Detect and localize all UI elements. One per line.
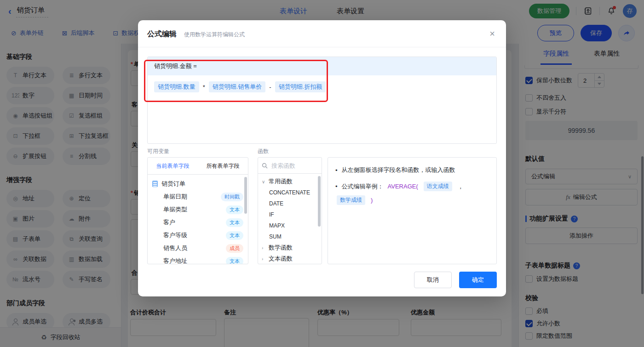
form-root-row[interactable]: 销货订单 xyxy=(148,177,248,190)
function-item[interactable]: IF xyxy=(258,209,322,220)
chevron-down-icon: ∨ xyxy=(262,179,266,184)
variables-label: 可用变量 xyxy=(147,148,169,155)
variables-box: 当前表单字段所有表单字段 销货订单 单据日期 时间戳 单据类型 文本 客户 文本 xyxy=(147,157,248,264)
example-function-open: AVERAGE( xyxy=(388,183,418,190)
search-icon xyxy=(262,163,268,169)
tips-box: • 从左侧面板选择字段名和函数，或输入函数 • 公式编辑举例： AVERAGE(… xyxy=(328,157,497,264)
field-type-badge: 文本 xyxy=(226,231,243,240)
function-group-row[interactable]: ∨ 常用函数 xyxy=(258,176,322,187)
example-token: 数学成绩 xyxy=(337,195,365,205)
bullet-icon: • xyxy=(335,167,338,174)
variables-tab[interactable]: 当前表单字段 xyxy=(148,158,198,174)
formula-target-row: 销货明细.金额 = xyxy=(148,57,496,75)
variable-row[interactable]: 客户 文本 xyxy=(148,216,248,229)
field-type-badge: 成员 xyxy=(226,244,243,253)
field-type-badge: 文本 xyxy=(226,218,243,227)
formula-part[interactable]: 销货明细.销售单价 xyxy=(209,81,266,92)
field-type-badge: 时间戳 xyxy=(221,193,243,201)
variable-row[interactable]: 单据日期 时间戳 xyxy=(148,190,248,203)
formula-part[interactable]: - xyxy=(269,84,271,91)
chevron-right-icon: › xyxy=(262,245,266,250)
confirm-button[interactable]: 确定 xyxy=(459,272,497,288)
formula-expression[interactable]: 销货明细.数量*销货明细.销售单价-销货明细.折扣额 xyxy=(148,75,496,98)
function-item[interactable]: MAPX xyxy=(258,220,322,231)
variable-row[interactable]: 客户等级 文本 xyxy=(148,229,248,242)
variables-tab[interactable]: 所有表单字段 xyxy=(198,158,248,174)
variable-row[interactable]: 客户地址 文本 xyxy=(148,255,248,264)
field-type-badge: 文本 xyxy=(226,257,243,265)
tip-example-line: • 公式编辑举例： AVERAGE( 语文成绩 ， 数学成绩 ) xyxy=(335,182,489,205)
modal-subtitle: 使用数学运算符编辑公式 xyxy=(184,31,245,39)
function-tree: ∨ 常用函数 CONCATENATEDATEIFMAPXSUM › 数学函数 ›… xyxy=(258,174,322,264)
bullet-icon: • xyxy=(335,183,338,190)
variable-row[interactable]: 销售人员 成员 xyxy=(148,242,248,255)
variable-row[interactable]: 单据类型 文本 xyxy=(148,203,248,216)
tip-line: • 从左侧面板选择字段名和函数，或输入函数 xyxy=(335,166,489,174)
variables-tabs: 当前表单字段所有表单字段 xyxy=(148,158,248,175)
formula-part[interactable]: 销货明细.折扣额 xyxy=(275,81,326,92)
header-divider xyxy=(138,47,506,47)
function-search xyxy=(258,158,322,174)
formula-editor[interactable]: 销货明细.金额 = 销货明细.数量*销货明细.销售单价-销货明细.折扣额 xyxy=(147,57,497,144)
variables-tree: 销货订单 单据日期 时间戳 单据类型 文本 客户 文本 客户等级 文本 xyxy=(148,175,248,264)
formula-edit-modal: 公式编辑 使用数学运算符编辑公式 × 销货明细.金额 = 销货明细.数量*销货明… xyxy=(138,20,506,296)
formula-part[interactable]: * xyxy=(203,84,205,91)
variables-scrollbar[interactable] xyxy=(244,177,247,214)
chevron-right-icon: › xyxy=(262,256,266,262)
function-group-row[interactable]: › 文本函数 xyxy=(258,253,322,264)
close-icon[interactable]: × xyxy=(489,28,495,39)
example-token: 语文成绩 xyxy=(424,182,452,191)
formula-part[interactable]: 销货明细.数量 xyxy=(154,81,199,92)
form-doc-icon xyxy=(152,181,158,187)
modal-header: 公式编辑 使用数学运算符编辑公式 xyxy=(138,20,506,39)
modal-title: 公式编辑 xyxy=(147,29,177,39)
functions-box: ∨ 常用函数 CONCATENATEDATEIFMAPXSUM › 数学函数 ›… xyxy=(258,157,322,264)
functions-scrollbar[interactable] xyxy=(318,176,321,227)
function-search-input[interactable] xyxy=(270,162,315,170)
example-function-close: ) xyxy=(371,197,373,204)
function-item[interactable]: DATE xyxy=(258,198,322,209)
cancel-button[interactable]: 取消 xyxy=(414,272,452,288)
functions-label: 函数 xyxy=(258,148,269,155)
function-item[interactable]: CONCATENATE xyxy=(258,187,322,198)
function-group-row[interactable]: › 数学函数 xyxy=(258,242,322,253)
function-item[interactable]: SUM xyxy=(258,231,322,242)
field-type-badge: 文本 xyxy=(226,205,243,214)
